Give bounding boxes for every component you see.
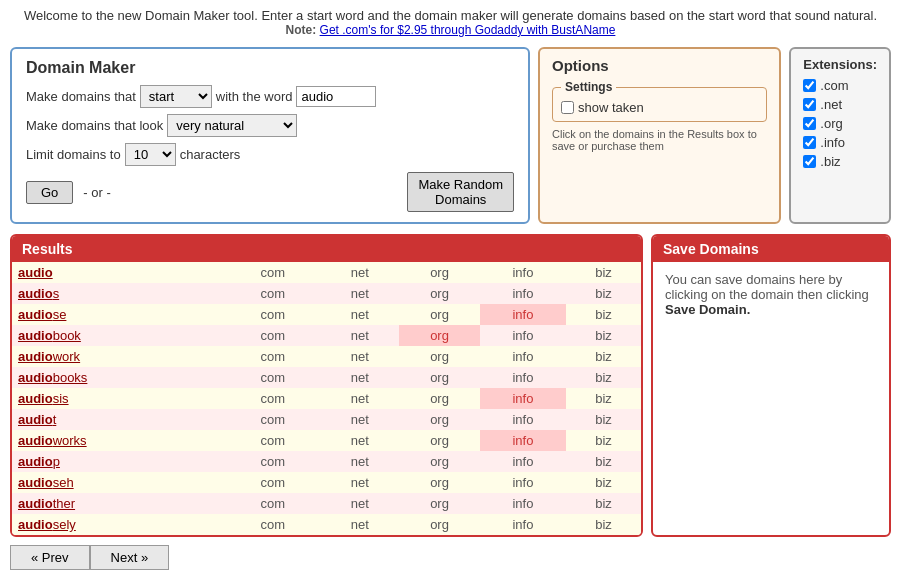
ext-cell-com[interactable]: com bbox=[225, 451, 321, 472]
ext-cell-info[interactable]: info bbox=[480, 304, 566, 325]
ext-cell-net[interactable]: net bbox=[321, 346, 400, 367]
ext-cell-info[interactable]: info bbox=[480, 472, 566, 493]
domain-link[interactable]: audiop bbox=[18, 454, 60, 469]
ext-cell-biz[interactable]: biz bbox=[566, 262, 641, 283]
domain-link[interactable]: audiose bbox=[18, 307, 66, 322]
ext-info[interactable]: .info bbox=[803, 135, 877, 150]
ext-cell-org[interactable]: org bbox=[399, 493, 480, 514]
ext-cell-com[interactable]: com bbox=[225, 325, 321, 346]
table-row[interactable]: audiosiscomnetorginfobiz bbox=[12, 388, 641, 409]
ext-cell-com[interactable]: com bbox=[225, 304, 321, 325]
ext-cell-biz[interactable]: biz bbox=[566, 409, 641, 430]
ext-cell-net[interactable]: net bbox=[321, 451, 400, 472]
ext-org[interactable]: .org bbox=[803, 116, 877, 131]
make-random-button[interactable]: Make Random Domains bbox=[407, 172, 514, 212]
ext-cell-biz[interactable]: biz bbox=[566, 472, 641, 493]
ext-cell-com[interactable]: com bbox=[225, 409, 321, 430]
domain-link[interactable]: audioworks bbox=[18, 433, 87, 448]
ext-cell-net[interactable]: net bbox=[321, 304, 400, 325]
table-row[interactable]: audiobookscomnetorginfobiz bbox=[12, 367, 641, 388]
show-taken-checkbox[interactable] bbox=[561, 101, 574, 114]
table-row[interactable]: audiopcomnetorginfobiz bbox=[12, 451, 641, 472]
table-row[interactable]: audiothercomnetorginfobiz bbox=[12, 493, 641, 514]
ext-cell-com[interactable]: com bbox=[225, 493, 321, 514]
ext-cell-net[interactable]: net bbox=[321, 283, 400, 304]
ext-biz[interactable]: .biz bbox=[803, 154, 877, 169]
table-row[interactable]: audiobookcomnetorginfobiz bbox=[12, 325, 641, 346]
ext-cell-biz[interactable]: biz bbox=[566, 325, 641, 346]
domain-link[interactable]: audioseh bbox=[18, 475, 74, 490]
ext-cell-org[interactable]: org bbox=[399, 346, 480, 367]
domain-link[interactable]: audiosis bbox=[18, 391, 69, 406]
ext-cell-net[interactable]: net bbox=[321, 262, 400, 283]
ext-cell-net[interactable]: net bbox=[321, 430, 400, 451]
table-row[interactable]: audiosehcomnetorginfobiz bbox=[12, 472, 641, 493]
ext-cell-org[interactable]: org bbox=[399, 514, 480, 535]
natural-select[interactable]: very natural somewhat natural any bbox=[167, 114, 297, 137]
ext-cell-org[interactable]: org bbox=[399, 430, 480, 451]
start-select[interactable]: start end contain bbox=[140, 85, 212, 108]
ext-cell-biz[interactable]: biz bbox=[566, 346, 641, 367]
domain-link[interactable]: audiosely bbox=[18, 517, 76, 532]
ext-cell-com[interactable]: com bbox=[225, 367, 321, 388]
ext-cell-info[interactable]: info bbox=[480, 346, 566, 367]
show-taken-label[interactable]: show taken bbox=[561, 100, 758, 115]
ext-cell-com[interactable]: com bbox=[225, 262, 321, 283]
ext-cell-com[interactable]: com bbox=[225, 388, 321, 409]
domain-link[interactable]: audiot bbox=[18, 412, 56, 427]
table-row[interactable]: audioselycomnetorginfobiz bbox=[12, 514, 641, 535]
ext-cell-biz[interactable]: biz bbox=[566, 493, 641, 514]
ext-cell-info[interactable]: info bbox=[480, 451, 566, 472]
ext-cell-info[interactable]: info bbox=[480, 514, 566, 535]
ext-cell-net[interactable]: net bbox=[321, 493, 400, 514]
ext-cell-net[interactable]: net bbox=[321, 388, 400, 409]
ext-cell-net[interactable]: net bbox=[321, 514, 400, 535]
ext-cell-com[interactable]: com bbox=[225, 514, 321, 535]
results-scroll-area[interactable]: audiocomnetorginfobizaudioscomnetorginfo… bbox=[12, 262, 641, 535]
ext-cell-com[interactable]: com bbox=[225, 430, 321, 451]
ext-cell-info[interactable]: info bbox=[480, 367, 566, 388]
domain-link[interactable]: audiowork bbox=[18, 349, 80, 364]
ext-cell-org[interactable]: org bbox=[399, 367, 480, 388]
ext-cell-info[interactable]: info bbox=[480, 388, 566, 409]
ext-cell-info[interactable]: info bbox=[480, 262, 566, 283]
ext-cell-org[interactable]: org bbox=[399, 283, 480, 304]
ext-cell-net[interactable]: net bbox=[321, 325, 400, 346]
table-row[interactable]: audiocomnetorginfobiz bbox=[12, 262, 641, 283]
ext-cell-org[interactable]: org bbox=[399, 451, 480, 472]
word-input[interactable] bbox=[296, 86, 376, 107]
limit-select[interactable]: 56789 10111213 141520any bbox=[125, 143, 176, 166]
ext-cell-biz[interactable]: biz bbox=[566, 451, 641, 472]
ext-com[interactable]: .com bbox=[803, 78, 877, 93]
ext-cell-biz[interactable]: biz bbox=[566, 283, 641, 304]
ext-cell-info[interactable]: info bbox=[480, 325, 566, 346]
ext-cell-com[interactable]: com bbox=[225, 472, 321, 493]
ext-cell-info[interactable]: info bbox=[480, 409, 566, 430]
ext-net[interactable]: .net bbox=[803, 97, 877, 112]
ext-cell-biz[interactable]: biz bbox=[566, 430, 641, 451]
ext-cell-net[interactable]: net bbox=[321, 367, 400, 388]
ext-cell-org[interactable]: org bbox=[399, 325, 480, 346]
note-link[interactable]: Get .com's for $2.95 through Godaddy wit… bbox=[320, 23, 616, 37]
ext-cell-info[interactable]: info bbox=[480, 283, 566, 304]
ext-cell-org[interactable]: org bbox=[399, 388, 480, 409]
ext-cell-info[interactable]: info bbox=[480, 493, 566, 514]
ext-cell-com[interactable]: com bbox=[225, 283, 321, 304]
prev-button[interactable]: « Prev bbox=[10, 545, 90, 570]
ext-cell-net[interactable]: net bbox=[321, 409, 400, 430]
table-row[interactable]: audioworkcomnetorginfobiz bbox=[12, 346, 641, 367]
ext-cell-net[interactable]: net bbox=[321, 472, 400, 493]
ext-cell-biz[interactable]: biz bbox=[566, 304, 641, 325]
domain-link[interactable]: audio bbox=[18, 265, 53, 280]
ext-cell-org[interactable]: org bbox=[399, 409, 480, 430]
next-button[interactable]: Next » bbox=[90, 545, 170, 570]
table-row[interactable]: audioworkscomnetorginfobiz bbox=[12, 430, 641, 451]
table-row[interactable]: audioscomnetorginfobiz bbox=[12, 283, 641, 304]
ext-cell-biz[interactable]: biz bbox=[566, 388, 641, 409]
ext-cell-org[interactable]: org bbox=[399, 304, 480, 325]
table-row[interactable]: audiosecomnetorginfobiz bbox=[12, 304, 641, 325]
ext-cell-org[interactable]: org bbox=[399, 472, 480, 493]
domain-link[interactable]: audios bbox=[18, 286, 59, 301]
domain-link[interactable]: audiobook bbox=[18, 328, 81, 343]
ext-cell-com[interactable]: com bbox=[225, 346, 321, 367]
